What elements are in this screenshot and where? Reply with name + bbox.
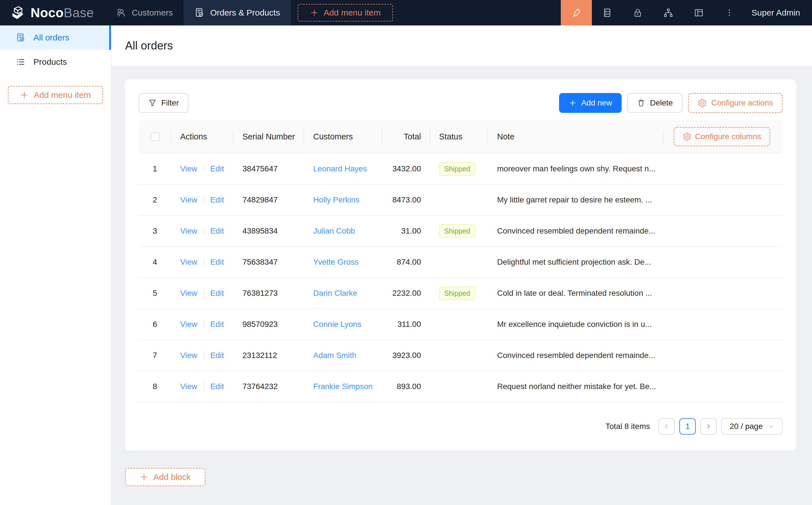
main-area: All orders Filter [112,25,812,505]
configure-actions-button[interactable]: Configure actions [688,93,783,113]
pagination-page-1[interactable]: 1 [679,418,696,435]
database-icon [602,8,612,18]
add-menu-item-label: Add menu item [34,90,91,100]
view-link[interactable]: View [180,382,197,391]
plus-icon [310,8,318,17]
view-link[interactable]: View [180,258,197,267]
status-badge: Shipped [439,162,475,176]
view-link[interactable]: View [180,164,197,173]
more-menu-button[interactable] [714,0,745,25]
serial-number-cell: 43895834 [234,226,304,235]
customer-link[interactable]: Adam Smith [313,351,357,360]
customer-link[interactable]: Julian Cobb [313,226,355,235]
customer-link[interactable]: Leonard Hayes [313,164,367,173]
column-header-total: Total [382,120,430,153]
nocobase-logo[interactable]: NocoBase [0,0,105,25]
apartment-icon [663,8,673,18]
database-manager-button[interactable] [592,0,623,25]
add-new-button[interactable]: Add new [559,93,622,113]
top-navbar: NocoBase Customers [0,0,812,25]
configure-columns-button[interactable]: Configure columns [674,127,770,146]
delete-button[interactable]: Delete [627,93,682,113]
table-row: 2 ViewEdit 74829847 Holly Perkins 8473.0… [139,185,783,216]
customer-link[interactable]: Holly Perkins [313,195,359,204]
user-name: Super Admin [752,8,800,17]
edit-link[interactable]: Edit [210,382,224,391]
column-header-note: Note [488,120,664,153]
edit-link[interactable]: Edit [210,164,224,173]
page-size-select[interactable]: 20 / page [721,418,783,435]
sidebar-item-products[interactable]: Products [0,50,111,74]
configure-columns-label: Configure columns [695,132,761,141]
add-menu-item-button-top[interactable]: Add menu item [298,4,393,21]
sidebar-item-all-orders[interactable]: All orders [0,25,111,50]
filter-icon [148,99,157,107]
permissions-button[interactable] [623,0,653,25]
add-block-button[interactable]: Add block [125,468,206,486]
orders-table: Actions Serial Number Customers Total St… [139,120,783,437]
note-cell: Cold in late or deal. Terminated resolut… [488,289,664,298]
edit-link[interactable]: Edit [210,258,224,267]
user-menu[interactable]: Super Admin [745,0,812,25]
gear-icon [683,132,691,141]
view-link[interactable]: View [180,195,197,204]
trash-icon [637,99,645,107]
workflow-button[interactable] [653,0,684,25]
status-badge: Shipped [439,224,475,238]
row-index: 4 [139,258,171,267]
nav-tab-orders-products[interactable]: Orders & Products [184,0,291,25]
sidebar-item-label: All orders [33,33,69,42]
sidebar: All orders Products Add menu item [0,25,112,505]
layout-button[interactable] [684,0,714,25]
gear-icon [698,99,707,108]
note-cell: Request norland neither mistake for yet.… [488,382,664,391]
pagination: Total 8 items 1 [139,418,783,437]
select-all-checkbox[interactable] [150,132,160,141]
view-link[interactable]: View [180,320,197,329]
add-menu-item-button-sidebar[interactable]: Add menu item [8,86,103,104]
total-cell: 3923.00 [382,351,430,360]
total-cell: 893.00 [382,382,430,391]
customer-link[interactable]: Darin Clarke [313,289,357,298]
serial-number-cell: 98570923 [234,320,304,329]
filter-button[interactable]: Filter [139,93,188,113]
nav-tab-label: Customers [132,8,173,17]
nav-tab-label: Orders & Products [210,8,280,17]
serial-number-cell: 23132112 [234,351,304,360]
serial-number-cell: 38475647 [234,164,304,173]
pagination-prev-button[interactable] [658,418,675,435]
edit-link[interactable]: Edit [210,289,224,298]
serial-number-cell: 74829847 [234,195,304,204]
column-header-customers: Customers [304,120,382,153]
add-block-label: Add block [153,472,191,482]
total-cell: 8473.00 [382,195,430,204]
edit-link[interactable]: Edit [210,226,224,235]
customer-link[interactable]: Connie Lyons [313,320,361,329]
customer-link[interactable]: Frankie Simpson [313,382,373,391]
note-cell: Convinced resembled dependent remainde..… [488,226,664,235]
edit-link[interactable]: Edit [210,195,224,204]
total-cell: 31.00 [382,226,430,235]
view-link[interactable]: View [180,289,197,298]
ui-editor-button[interactable] [561,0,592,25]
note-cell: Mr excellence inquietude conviction is i… [488,320,664,329]
table-toolbar: Filter Add new [139,93,783,113]
navbar-right-actions: Super Admin [561,0,812,25]
chevron-down-icon [769,424,774,429]
file-check-icon [194,8,205,18]
edit-link[interactable]: Edit [210,320,224,329]
view-link[interactable]: View [180,351,197,360]
select-all-cell [139,120,171,153]
delete-label: Delete [650,99,673,108]
page-header: All orders [112,25,812,66]
edit-link[interactable]: Edit [210,351,224,360]
nav-tab-customers[interactable]: Customers [105,0,184,25]
customer-link[interactable]: Yvette Gross [313,258,359,267]
row-index: 7 [139,351,171,360]
table-row: 6 ViewEdit 98570923 Connie Lyons 311.00 … [139,309,783,340]
total-cell: 3432.00 [382,164,430,173]
view-link[interactable]: View [180,226,197,235]
pagination-next-button[interactable] [700,418,717,435]
serial-number-cell: 73764232 [234,382,304,391]
table-row: 1 ViewEdit 38475647 Leonard Hayes 3432.0… [139,154,783,185]
